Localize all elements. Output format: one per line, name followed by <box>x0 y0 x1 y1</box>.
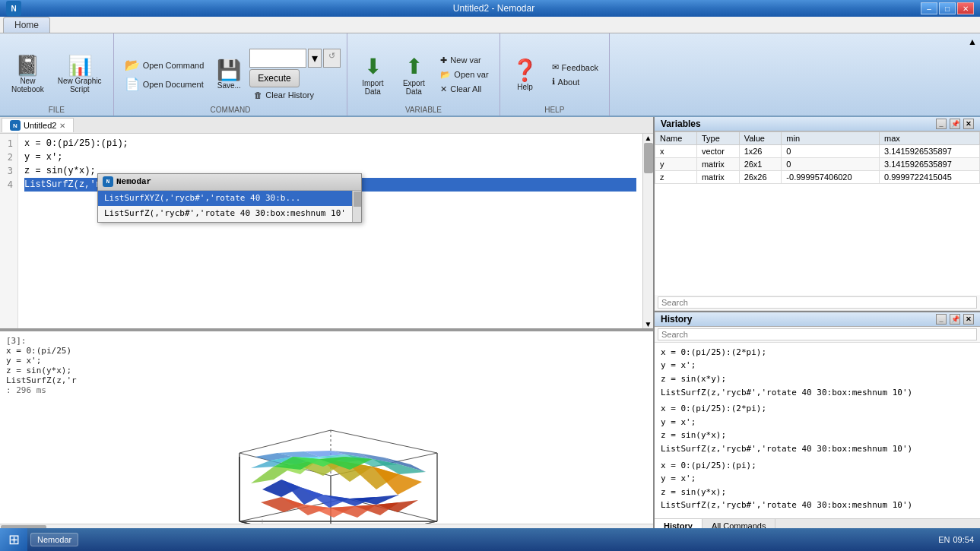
editor-tab-untitled2[interactable]: N Untitled2 ✕ <box>2 118 74 132</box>
history-search-container <box>655 327 980 343</box>
history-group: x = 0:(pi/25):(2*pi);y = x';z = sin(y*x)… <box>661 402 974 455</box>
autocomplete-item-1[interactable]: ListSurfXYZ(,'rycb#','rotate 40 30:b... <box>98 191 352 207</box>
autocomplete-list: ListSurfXYZ(,'rycb#','rotate 40 30:b... … <box>98 191 352 222</box>
right-panels: Variables _ 📌 ✕ Name Type Value min <box>653 117 980 534</box>
open-document-button[interactable]: 📄 Open Document <box>120 75 209 93</box>
save-button[interactable]: 💾 Save... <box>211 56 246 93</box>
autocomplete-item-2[interactable]: ListSurfZ(,'rycb#','rotate 40 30:box:mes… <box>98 206 352 222</box>
var-ribbon-items: ⬇ Import Data ⬆ Export Data ✚ New var 📂 … <box>354 36 493 112</box>
history-minimize-button[interactable]: _ <box>936 314 947 325</box>
history-content: x = 0:(pi/25):(2*pi);y = x';z = sin(x*y)… <box>655 343 980 518</box>
plot-svg <box>194 413 460 524</box>
panel-header-controls: _ 📌 ✕ <box>936 119 974 129</box>
output-line-6: : 296 ms <box>6 385 647 395</box>
document-icon: 📄 <box>125 77 140 91</box>
history-entry[interactable]: x = 0:(pi/25):(2*pi); <box>661 402 974 416</box>
about-button[interactable]: ℹ About <box>547 75 603 88</box>
editor-scrollbar[interactable]: ▲ ▼ <box>642 134 653 328</box>
clear-history-button[interactable]: 🗑 Clear History <box>249 89 319 101</box>
ribbon-collapse-button[interactable]: ▲ <box>965 33 980 116</box>
plot-area <box>0 413 653 524</box>
dropdown-arrow[interactable]: ▾ <box>308 49 322 68</box>
open-command-button[interactable]: 📂 Open Command <box>120 56 209 74</box>
scroll-thumb[interactable] <box>644 143 653 173</box>
ribbon-group-command: 📂 Open Command 📄 Open Document 💾 Save...… <box>114 33 348 116</box>
tab-close-button[interactable]: ✕ <box>59 122 65 130</box>
import-icon: ⬇ <box>364 54 382 79</box>
document-area: N Untitled2 ✕ 1 2 3 4 x = 0:(pi/25):(pi)… <box>0 117 980 534</box>
history-panel: History _ 📌 ✕ x = 0:(pi/25):(2*pi);y = x… <box>655 312 980 534</box>
cmd-ribbon-items: 📂 Open Command 📄 Open Document 💾 Save...… <box>120 36 341 112</box>
open-var-button[interactable]: 📂 Open var <box>436 68 493 81</box>
new-script-icon: 📊 <box>68 55 92 75</box>
new-var-button[interactable]: ✚ New var <box>436 54 493 67</box>
history-entry[interactable]: z = sin(x*y); <box>661 372 974 386</box>
variables-search-container <box>655 295 980 311</box>
new-notebook-button[interactable]: 📓 New Notebook <box>6 52 49 97</box>
new-script-button[interactable]: 📊 New Graphic Script <box>52 52 107 97</box>
export-data-button[interactable]: ⬆ Export Data <box>395 50 433 100</box>
output-line-1: [3]: <box>6 336 647 346</box>
clear-all-icon: ✕ <box>440 84 447 94</box>
variables-panel-header: Variables _ 📌 ✕ <box>655 117 980 131</box>
refresh-button[interactable]: ↺ <box>323 49 341 68</box>
help-button[interactable]: ❓ Help <box>506 54 544 95</box>
history-entry[interactable]: y = x'; <box>661 472 974 486</box>
svg-line-4 <box>331 430 437 453</box>
history-entry[interactable]: y = x'; <box>661 359 974 372</box>
table-row: zmatrix26x26-0.9999574060200.99997224150… <box>655 171 980 184</box>
history-entry[interactable]: z = sin(y*x); <box>661 429 974 442</box>
history-entry[interactable]: ListSurfZ(z,'rycb#','rotate 40 30:box:me… <box>661 442 974 456</box>
feedback-button[interactable]: ✉ Feedback <box>547 61 603 74</box>
history-entry[interactable]: x = 0:(pi/25):(2*pi); <box>661 346 974 359</box>
ribbon-group-help: ❓ Help ✉ Feedback ℹ About HELP <box>500 33 610 116</box>
console-and-plot: [3]: x = 0:(pi/25) y = x'; z = sin(y*x);… <box>0 330 653 524</box>
history-panel-controls: _ 📌 ✕ <box>936 314 974 325</box>
home-tab[interactable]: Home <box>3 17 50 33</box>
autocomplete-scrollbar[interactable] <box>352 191 361 222</box>
editor-tab-bar: N Untitled2 ✕ <box>0 117 653 134</box>
history-entry[interactable]: x = 0:(pi/25):(pi); <box>661 459 974 473</box>
ribbon: 📓 New Notebook 📊 New Graphic Script FILE… <box>0 33 980 117</box>
variables-search-input[interactable] <box>658 296 977 309</box>
history-panel-header: History _ 📌 ✕ <box>655 312 980 327</box>
taskbar-items: Nemodar <box>27 533 932 546</box>
title-bar: N Untitled2 - Nemodar – □ ✕ <box>0 0 980 17</box>
execute-button[interactable]: Execute <box>249 69 299 87</box>
variables-close-button[interactable]: ✕ <box>963 119 974 129</box>
close-button[interactable]: ✕ <box>957 2 974 14</box>
minimize-button[interactable]: – <box>921 2 937 14</box>
command-dropdown[interactable] <box>249 49 306 68</box>
taskbar-app-item[interactable]: Nemodar <box>30 533 78 546</box>
variables-panel: Variables _ 📌 ✕ Name Type Value min <box>655 117 980 312</box>
var-small-buttons: ✚ New var 📂 Open var ✕ Clear All <box>436 54 493 96</box>
variables-pin-button[interactable]: 📌 <box>950 119 960 129</box>
history-entry[interactable]: ListSurfZ(z,'rycb#','rotate 40 30:box:me… <box>661 499 974 512</box>
var-group-label: VARIABLE <box>405 106 442 114</box>
system-tray: EN 09:54 <box>932 535 980 544</box>
export-icon: ⬆ <box>405 54 423 79</box>
variables-table-container: Name Type Value min max xvector1x2603.14… <box>655 131 980 295</box>
col-max: max <box>880 132 980 145</box>
scroll-down-arrow[interactable]: ▼ <box>643 320 653 328</box>
history-search-input[interactable] <box>658 328 977 340</box>
history-pin-button[interactable]: 📌 <box>950 314 960 325</box>
output-area: [3]: x = 0:(pi/25) y = x'; z = sin(y*x);… <box>0 330 653 413</box>
history-entry[interactable]: ListSurfZ(z,'rycb#','rotate 40 30:box:me… <box>661 386 974 400</box>
col-type: Type <box>696 132 739 145</box>
history-entry[interactable]: y = x'; <box>661 416 974 429</box>
maximize-button[interactable]: □ <box>939 2 956 14</box>
code-area[interactable]: x = 0:(pi/25):(pi); y = x'; z = sin(y*x)… <box>18 134 642 328</box>
start-button[interactable]: ⊞ <box>0 528 27 551</box>
variables-minimize-button[interactable]: _ <box>936 119 947 129</box>
main-tab-bar: Home <box>0 17 980 33</box>
editor-content: 1 2 3 4 x = 0:(pi/25):(pi); y = x'; z = … <box>0 134 653 328</box>
history-close-button[interactable]: ✕ <box>963 314 974 325</box>
col-value: Value <box>739 132 782 145</box>
scroll-up-arrow[interactable]: ▲ <box>643 134 653 142</box>
history-entry[interactable]: z = sin(y*x); <box>661 486 974 499</box>
output-line-2: x = 0:(pi/25) <box>6 346 647 356</box>
import-data-button[interactable]: ⬇ Import Data <box>354 50 392 100</box>
line-numbers: 1 2 3 4 <box>0 134 18 328</box>
clear-all-button[interactable]: ✕ Clear All <box>436 83 493 96</box>
